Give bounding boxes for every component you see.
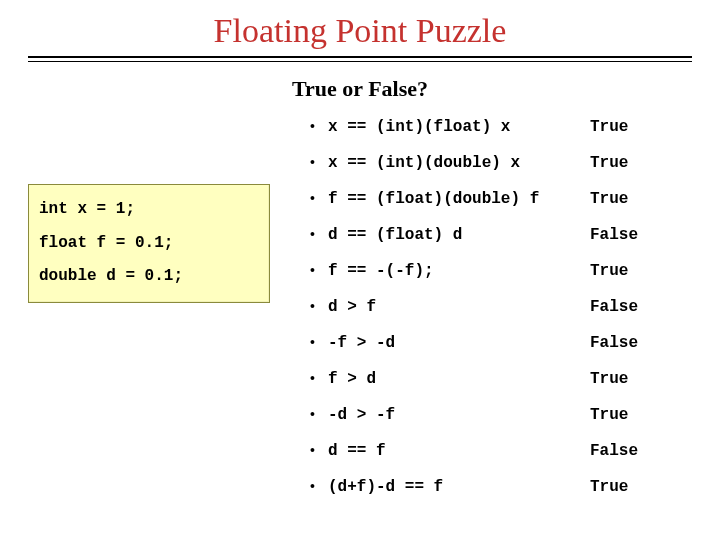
- puzzle-list: • x == (int)(float) x True • x == (int)(…: [310, 118, 710, 514]
- expression: -d > -f: [328, 406, 590, 424]
- puzzle-row: • d == f False: [310, 442, 710, 478]
- expression: d == (float) d: [328, 226, 590, 244]
- bullet-icon: •: [310, 226, 328, 242]
- puzzle-row: • d == (float) d False: [310, 226, 710, 262]
- declarations-box: int x = 1; float f = 0.1; double d = 0.1…: [28, 184, 270, 303]
- expression: -f > -d: [328, 334, 590, 352]
- answer: True: [590, 190, 628, 208]
- divider: [28, 56, 692, 62]
- puzzle-row: • (d+f)-d == f True: [310, 478, 710, 514]
- answer: True: [590, 262, 628, 280]
- answer: True: [590, 118, 628, 136]
- answer: False: [590, 298, 638, 316]
- answer: True: [590, 478, 628, 496]
- bullet-icon: •: [310, 442, 328, 458]
- answer: True: [590, 154, 628, 172]
- declaration-line: float f = 0.1;: [39, 227, 259, 261]
- puzzle-row: • f == (float)(double) f True: [310, 190, 710, 226]
- bullet-icon: •: [310, 118, 328, 134]
- slide-title: Floating Point Puzzle: [0, 12, 720, 50]
- bullet-icon: •: [310, 154, 328, 170]
- declaration-line: int x = 1;: [39, 193, 259, 227]
- puzzle-row: • f > d True: [310, 370, 710, 406]
- answer: False: [590, 442, 638, 460]
- slide-subtitle: True or False?: [0, 76, 720, 102]
- expression: d == f: [328, 442, 590, 460]
- bullet-icon: •: [310, 298, 328, 314]
- answer: False: [590, 334, 638, 352]
- answer: True: [590, 370, 628, 388]
- expression: x == (int)(double) x: [328, 154, 590, 172]
- puzzle-row: • -d > -f True: [310, 406, 710, 442]
- answer: True: [590, 406, 628, 424]
- expression: f == (float)(double) f: [328, 190, 590, 208]
- bullet-icon: •: [310, 478, 328, 494]
- expression: d > f: [328, 298, 590, 316]
- puzzle-row: • x == (int)(double) x True: [310, 154, 710, 190]
- bullet-icon: •: [310, 334, 328, 350]
- expression: (d+f)-d == f: [328, 478, 590, 496]
- puzzle-row: • f == -(-f); True: [310, 262, 710, 298]
- puzzle-row: • x == (int)(float) x True: [310, 118, 710, 154]
- expression: f == -(-f);: [328, 262, 590, 280]
- expression: f > d: [328, 370, 590, 388]
- answer: False: [590, 226, 638, 244]
- bullet-icon: •: [310, 406, 328, 422]
- expression: x == (int)(float) x: [328, 118, 590, 136]
- declaration-line: double d = 0.1;: [39, 260, 259, 294]
- bullet-icon: •: [310, 262, 328, 278]
- puzzle-row: • -f > -d False: [310, 334, 710, 370]
- puzzle-row: • d > f False: [310, 298, 710, 334]
- bullet-icon: •: [310, 190, 328, 206]
- bullet-icon: •: [310, 370, 328, 386]
